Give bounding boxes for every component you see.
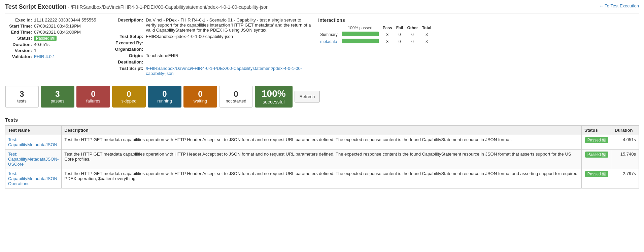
table-row: Test: CapabilityMetadataJSONTest the HTT… [5,135,639,150]
col-testname-header: Test Name [5,126,62,135]
col-fail-header: Fail [394,25,405,31]
interaction-row: metadata3003 [318,38,433,45]
test-duration: 15.740s [612,150,639,169]
col-total-header: Total [420,25,433,31]
tests-table: Test Name Description Status Duration Te… [5,125,639,188]
test-description: Test the HTTP GET metadata capabilities … [62,135,582,150]
test-status: PassedW [582,135,612,150]
skipped-number: 0 [127,90,131,98]
test-description: Test the HTTP GET metadata capabilities … [62,150,582,169]
fail-count: 0 [394,31,405,38]
test-script-label: Test Script: [103,66,143,76]
col-name-header [318,25,339,31]
pass-count: 3 [381,38,394,45]
passes-number: 3 [55,90,60,98]
duration-label: Duration: [5,42,32,47]
interaction-name-link[interactable]: metadata [320,39,337,44]
total-label: tests [17,98,26,103]
refresh-button[interactable]: Refresh [295,91,320,102]
validator-row: Validator: FHIR 4.0.1 [5,54,96,59]
failures-label: failures [86,98,100,103]
origin-value: TouchstoneFHIR [146,53,178,58]
exec-id-value: 1111 22222 333333444 555555 [34,17,96,23]
interactions-header: 100% passed Pass Fail Other Total [318,25,433,31]
status-label: Status: [5,36,32,41]
progress-bar [342,32,379,36]
version-label: Version: [5,48,32,53]
end-time-value: 07/08/2021 03:46:00PM [34,30,81,35]
running-label: running [157,98,172,103]
version-value: 1 [34,48,36,53]
interactions-title: Interactions [318,17,433,23]
validator-link[interactable]: FHIR 4.0.1 [34,54,55,59]
test-description: Test the HTTP GET metadata capabilities … [62,169,582,188]
executed-by-label: Executed By: [103,40,143,45]
status-badge: PassedW [585,152,608,158]
info-section: Exec Id: 1111 22222 333333444 555555 Sta… [5,17,639,77]
total-number: 3 [20,90,24,98]
col-pct-header: 100% passed [340,25,381,31]
interactions-section: Interactions 100% passed Pass Fail Other… [318,17,433,77]
test-duration: 2.797s [612,169,639,188]
destination-label: Destination: [103,59,143,65]
table-row: Test: CapabilityMetadataJSON-OperationsT… [5,169,639,188]
destination-row: Destination: [103,59,311,65]
origin-row: Origin: TouchstoneFHIR [103,53,311,58]
not-started-label: not started [226,98,246,103]
failures-number: 0 [91,90,95,98]
interaction-name: Summary [318,31,339,38]
running-box: 0 running [148,86,181,108]
test-setup-row: Test Setup: FHIRSandbox--pdex-4-0-1-00-c… [103,34,311,39]
title-path: - /FHIRSandbox/DaVinci/FHIR4-0-1-PDEX/00… [68,4,269,10]
success-label: successful [263,99,284,104]
status-row: Status: Passed W [5,36,96,41]
total-count: 3 [420,31,433,38]
pass-count: 3 [381,31,394,38]
skipped-box: 0 skipped [112,86,146,108]
duration-value: 40.651s [34,42,49,47]
status-badge: PassedW [585,137,608,143]
test-script-row: Test Script: /FHIRSandbox/DaVinci/FHIR4-… [103,66,311,76]
waiting-box: 0 waiting [183,86,217,108]
organization-label: Organization: [103,47,143,52]
success-pct: 100% [262,89,286,99]
progress-bar [342,39,379,43]
start-time-label: Start Time: [5,24,32,29]
fail-count: 0 [394,38,405,45]
start-time-row: Start Time: 07/08/2021 03:45:19PM [5,24,96,29]
exec-id-row: Exec Id: 1111 22222 333333444 555555 [5,17,96,23]
total-count: 3 [420,38,433,45]
test-setup-label: Test Setup: [103,34,143,39]
version-row: Version: 1 [5,48,96,53]
page-container: Test Script Execution - /FHIRSandbox/DaV… [0,0,644,252]
col-duration-header: Duration [612,126,639,135]
col-status-header: Status [582,126,612,135]
test-status: PassedW [582,169,612,188]
test-setup-value: FHIRSandbox--pdex-4-0-1-00-capability-js… [146,34,233,39]
test-duration: 4.051s [612,135,639,150]
waiting-label: waiting [194,98,207,103]
description-row: Description: Da Vinci - PDex - FHIR R4-0… [103,17,311,33]
origin-label: Origin: [103,53,143,58]
validator-label: Validator: [5,54,32,59]
test-name-link[interactable]: Test: CapabilityMetadataJSON-Operations [8,171,59,186]
not-started-box: 0 not started [219,86,253,108]
interaction-row: Summary3003 [318,31,433,38]
description-label: Description: [103,17,143,33]
passes-box: 3 passes [41,86,74,108]
test-name-link[interactable]: Test: CapabilityMetadataJSON-USCore [8,152,59,167]
other-count: 0 [405,31,420,38]
passes-label: passes [50,98,64,103]
test-status: PassedW [582,150,612,169]
start-time-value: 07/08/2021 03:45:19PM [34,24,81,29]
page-header: Test Script Execution - /FHIRSandbox/DaV… [5,3,639,13]
back-link[interactable]: ← To Test Execution [599,3,639,8]
success-box: 100% successful [255,86,293,108]
status-badge: PassedW [585,171,608,177]
skipped-label: skipped [122,98,137,103]
other-count: 0 [405,38,420,45]
test-name-link[interactable]: Test: CapabilityMetadataJSON [8,137,57,147]
table-row: Test: CapabilityMetadataJSON-USCoreTest … [5,150,639,169]
w-icon: W [50,37,55,40]
test-script-link[interactable]: /FHIRSandbox/DaVinci/FHIR4-0-1-PDEX/00-C… [146,66,311,76]
